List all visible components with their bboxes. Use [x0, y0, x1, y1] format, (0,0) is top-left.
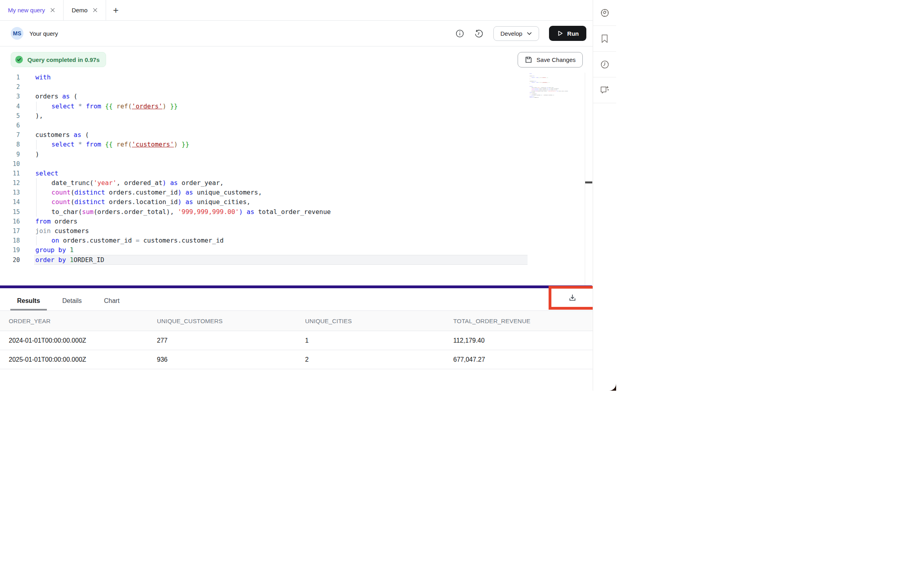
code-line-18[interactable]: 18on orders.customer_id = customers.cust… [0, 236, 593, 245]
sidebar-item-history[interactable] [593, 52, 616, 77]
line-number: 11 [0, 169, 20, 178]
tab-results[interactable]: Results [15, 297, 43, 310]
token-rf: ref( [116, 102, 132, 110]
indent-guide [36, 140, 52, 149]
code-line-1[interactable]: 1with [0, 73, 593, 82]
code-line-19[interactable]: 19group by 1 [0, 245, 593, 255]
close-icon[interactable] [50, 8, 55, 13]
query-title: Your query [29, 30, 58, 37]
line-number: 12 [0, 178, 20, 188]
tab-my-new-query[interactable]: My new query [0, 0, 64, 20]
token-fn: count [52, 198, 71, 206]
token-fn: sum [82, 208, 94, 216]
save-label: Save Changes [537, 56, 576, 63]
history-button[interactable] [474, 29, 483, 38]
token-id: to_char( [52, 208, 82, 216]
run-button[interactable]: Run [549, 26, 586, 41]
token-kw: ) as [162, 179, 178, 187]
code-line-14[interactable]: 14count(distinct orders.location_id) as … [0, 197, 593, 207]
results-table-header: ORDER_YEARUNIQUE_CUSTOMERSUNIQUE_CITIEST… [0, 310, 593, 331]
token-id [74, 102, 78, 110]
code-text: count(distinct orders.customer_id) as un… [35, 188, 262, 197]
code-line-9[interactable]: 9) [0, 150, 593, 159]
line-number: 5 [0, 111, 20, 121]
editor-scrollbar-thumb[interactable] [585, 181, 592, 183]
token-id: date_trunc( [52, 179, 94, 187]
sidebar-item-ai-assistant[interactable] [593, 77, 616, 103]
code-line-4[interactable]: 4select * from {{ ref('orders') }} [0, 102, 593, 111]
line-number: 16 [0, 217, 20, 226]
play-icon [557, 30, 563, 37]
editor-minimap[interactable]: 1with23orders as (4select * from {{ ref(… [530, 73, 568, 98]
query-header: MS Your query Develop [0, 21, 593, 46]
tab-demo[interactable]: Demo [64, 0, 106, 20]
code-line-15[interactable]: 15to_char(sum(orders.order_total), '999,… [0, 207, 593, 217]
column-header: UNIQUE_CITIES [296, 318, 445, 324]
token-id [101, 141, 105, 148]
download-results-button[interactable] [566, 291, 579, 304]
sql-editor[interactable]: 1with23orders as (4select * from {{ ref(… [0, 73, 593, 285]
token-jj: }} [170, 102, 178, 110]
code-line-11[interactable]: 11select [0, 169, 593, 178]
code-line-8[interactable]: 8select * from {{ ref('customers') }} [0, 140, 593, 149]
column-header: ORDER_YEAR [0, 318, 148, 324]
line-number: 10 [0, 159, 20, 169]
new-tab-button[interactable]: + [106, 0, 125, 20]
code-line-17[interactable]: 17join customers [0, 226, 593, 236]
line-number: 13 [0, 188, 20, 197]
code-line-16[interactable]: 16from orders [0, 217, 593, 226]
code-line-3[interactable]: 3orders as ( [0, 92, 593, 101]
right-sidebar [593, 0, 616, 391]
sidebar-item-bookmarks[interactable] [593, 26, 616, 52]
main-column: My new query Demo + MS Your query [0, 0, 593, 391]
tab-details[interactable]: Details [60, 297, 84, 310]
token-nm: 1 [70, 246, 74, 254]
avatar[interactable]: MS [11, 27, 23, 40]
code-text: select * from {{ ref('orders') }} [35, 102, 178, 111]
table-row: 2025-01-01T00:00:00.000Z9362677,047.27 [0, 350, 593, 369]
code-line-6[interactable]: 6 [0, 121, 593, 130]
code-text: on orders.customer_id = customers.custom… [35, 236, 224, 245]
table-cell: 277 [148, 337, 296, 344]
close-icon[interactable] [93, 8, 98, 13]
results-panel: Results Details Chart ORDER_YEARUNIQUE_C… [0, 288, 593, 369]
code-line-13[interactable]: 13count(distinct orders.customer_id) as … [0, 188, 593, 197]
indent-guide [36, 207, 52, 217]
code-text: select [35, 169, 58, 178]
line-number: 15 [0, 207, 20, 217]
panel-divider[interactable] [0, 285, 592, 288]
results-table-body: 2024-01-01T00:00:00.000Z2771112,179.4020… [0, 331, 593, 369]
code-line-2[interactable]: 2 [0, 82, 593, 92]
code-line-20[interactable]: 20order by 1ORDER_ID [0, 255, 593, 265]
token-kw: as [73, 131, 81, 139]
code-line-5[interactable]: 5), [0, 111, 593, 121]
token-id: orders [35, 93, 62, 100]
code-text: group by 1 [35, 245, 73, 255]
develop-dropdown[interactable]: Develop [493, 26, 539, 41]
info-button[interactable] [455, 29, 464, 38]
code-line-7[interactable]: 7customers as ( [0, 130, 593, 140]
code-text: to_char(sum(orders.order_total), '999,99… [35, 207, 331, 217]
token-kw: group by [35, 246, 66, 254]
check-circle-icon [15, 55, 23, 64]
token-kw: order by [35, 256, 66, 264]
token-kw: select [52, 102, 75, 110]
code-text: date_trunc('year', ordered_at) as order_… [35, 178, 224, 188]
table-row: 2024-01-01T00:00:00.000Z2771112,179.40 [0, 331, 593, 350]
token-id: ( [71, 189, 75, 196]
indent-guide [36, 197, 52, 207]
run-label: Run [567, 30, 579, 37]
token-kw: select [52, 141, 75, 148]
table-cell: 2 [296, 356, 445, 363]
code-line-10[interactable]: 10 [0, 159, 593, 169]
token-jj: }} [182, 141, 189, 148]
sidebar-item-explore[interactable] [593, 0, 616, 26]
token-id: ), [35, 112, 43, 120]
share-button[interactable] [437, 29, 445, 38]
code-text: ) [35, 150, 39, 159]
token-rf: ref( [116, 141, 132, 148]
save-changes-button[interactable]: Save Changes [518, 52, 583, 67]
code-line-12[interactable]: 12date_trunc('year', ordered_at) as orde… [0, 178, 593, 188]
token-id: orders [51, 218, 77, 225]
tab-chart[interactable]: Chart [102, 297, 122, 310]
